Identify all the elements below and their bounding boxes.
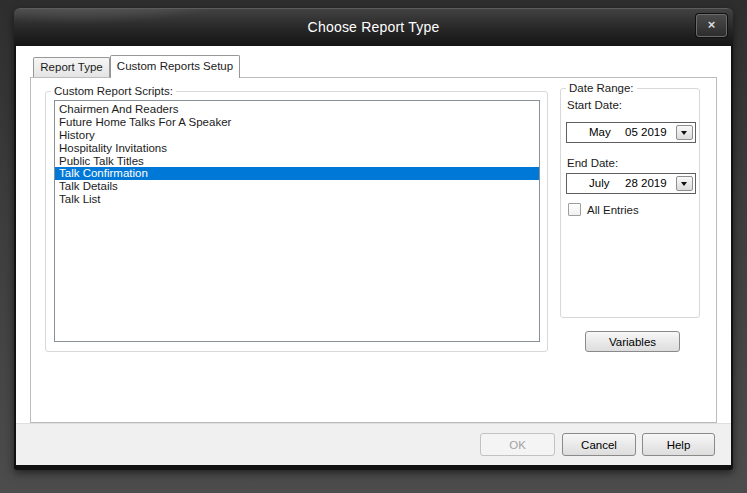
chevron-down-icon (681, 131, 687, 135)
list-item[interactable]: Talk List (55, 193, 539, 206)
end-date-month: July (589, 177, 625, 189)
custom-reports-setup-page: Custom Report Scripts: Chairmen And Read… (30, 77, 717, 423)
choose-report-type-dialog: Choose Report Type × Report Type Custom … (14, 8, 733, 470)
close-button[interactable]: × (696, 14, 727, 37)
start-date-combobox[interactable]: May 05 2019 (566, 122, 696, 143)
help-button[interactable]: Help (642, 433, 715, 456)
start-date-label: Start Date: (567, 99, 622, 111)
all-entries-label[interactable]: All Entries (587, 204, 639, 216)
list-item[interactable]: Public Talk Titles (55, 155, 539, 168)
all-entries-row[interactable]: All Entries (568, 203, 639, 216)
chevron-down-icon (681, 182, 687, 186)
end-date-label: End Date: (567, 157, 618, 169)
end-date-day-year: 28 2019 (625, 177, 667, 189)
custom-report-scripts-label: Custom Report Scripts: (51, 85, 176, 97)
date-range-label: Date Range: (566, 82, 637, 94)
custom-report-scripts-list[interactable]: Chairmen And ReadersFuture Home Talks Fo… (54, 100, 540, 342)
list-item[interactable]: Hospitality Invitations (55, 142, 539, 155)
dialog-client-area: Report Type Custom Reports Setup Custom … (16, 46, 731, 465)
title-bar[interactable]: Choose Report Type × (14, 8, 733, 46)
start-date-month: May (589, 126, 625, 138)
footer-bar: OK Cancel Help (16, 423, 731, 465)
close-icon: × (708, 17, 716, 32)
list-item[interactable]: Future Home Talks For A Speaker (55, 116, 539, 129)
date-range-group: Date Range: Start Date: May 05 2019 End … (560, 88, 700, 318)
list-item[interactable]: Talk Details (55, 180, 539, 193)
ok-button[interactable]: OK (480, 433, 555, 456)
end-date-combobox[interactable]: July 28 2019 (566, 173, 696, 194)
end-date-dropdown-button[interactable] (676, 176, 693, 191)
window-title: Choose Report Type (14, 19, 733, 35)
all-entries-checkbox[interactable] (568, 203, 581, 216)
start-date-day-year: 05 2019 (625, 126, 667, 138)
variables-button[interactable]: Variables (585, 331, 680, 352)
tab-custom-reports-setup[interactable]: Custom Reports Setup (110, 55, 240, 78)
list-item[interactable]: Chairmen And Readers (55, 103, 539, 116)
list-item[interactable]: Talk Confirmation (55, 167, 539, 180)
tab-report-type[interactable]: Report Type (33, 57, 110, 77)
cancel-button[interactable]: Cancel (562, 433, 636, 456)
start-date-dropdown-button[interactable] (676, 125, 693, 140)
list-item[interactable]: History (55, 129, 539, 142)
